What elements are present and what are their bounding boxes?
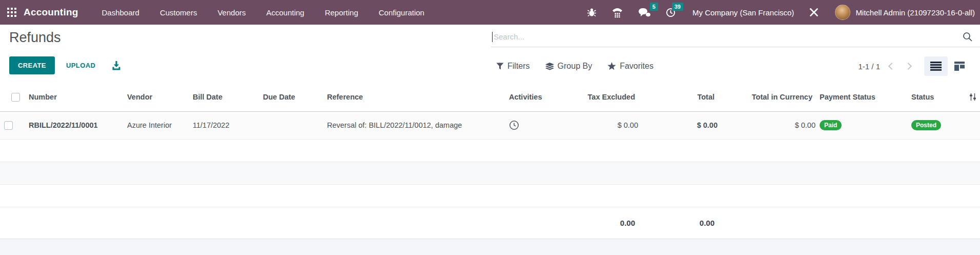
filters-label: Filters	[507, 62, 530, 71]
group-by-button[interactable]: Group By	[545, 62, 593, 71]
page-title: Refunds	[9, 30, 61, 46]
cell-total[interactable]: $ 0.00	[638, 111, 718, 139]
empty-row	[0, 139, 980, 162]
upload-button[interactable]: UPLOAD	[62, 56, 99, 74]
cell-vendor[interactable]: Azure Interior	[123, 111, 189, 139]
empty-row	[0, 162, 980, 184]
top-navbar: Accounting Dashboard Customers Vendors A…	[0, 0, 980, 25]
column-header-number[interactable]: Number	[25, 83, 123, 111]
pager-range: 1-1 / 1	[858, 62, 880, 71]
search-options: Filters Group By Favorites	[496, 49, 654, 83]
menu-item-accounting[interactable]: Accounting	[266, 8, 304, 17]
kanban-view-button[interactable]	[948, 56, 971, 76]
column-header-activities[interactable]: Activities	[505, 83, 546, 111]
menu-item-reporting[interactable]: Reporting	[325, 8, 358, 17]
column-options-cell	[961, 83, 980, 111]
column-header-total-in-currency[interactable]: Total in Currency	[718, 83, 815, 111]
company-switcher[interactable]: My Company (San Francisco)	[692, 8, 794, 17]
grid-icon	[7, 8, 16, 17]
menu-item-configuration[interactable]: Configuration	[379, 8, 424, 17]
search-input[interactable]	[493, 32, 962, 41]
activities-count-badge: 39	[672, 3, 683, 11]
column-header-bill-date[interactable]: Bill Date	[189, 83, 259, 111]
main-menu: Dashboard Customers Vendors Accounting R…	[102, 8, 424, 17]
cell-number[interactable]: RBILL/2022/11/0001	[25, 111, 123, 139]
group-by-label: Group By	[558, 62, 593, 71]
cell-reference[interactable]: Reversal of: BILL/2022/11/0012, damage	[323, 111, 505, 139]
menu-item-vendors[interactable]: Vendors	[217, 8, 246, 17]
cell-status: Posted	[907, 111, 961, 139]
cell-payment-status: Paid	[815, 111, 907, 139]
select-all-checkbox[interactable]	[11, 93, 20, 102]
download-icon	[112, 61, 121, 70]
column-header-tax-excluded[interactable]: Tax Excluded	[546, 83, 638, 111]
support-tools-icon[interactable]	[801, 0, 827, 25]
funnel-icon	[496, 63, 504, 70]
star-icon	[607, 62, 616, 70]
app-name[interactable]: Accounting	[24, 7, 78, 18]
cell-activities	[505, 111, 546, 139]
row-checkbox[interactable]	[4, 121, 13, 130]
payment-status-badge: Paid	[820, 120, 842, 130]
total-total: 0.00	[638, 207, 718, 239]
cell-tax-excluded[interactable]: $ 0.00	[546, 111, 638, 139]
phone-icon	[611, 7, 623, 18]
select-all-checkbox-cell	[0, 83, 25, 111]
search-icon[interactable]	[962, 31, 973, 42]
column-header-status[interactable]: Status	[907, 83, 961, 111]
column-header-reference[interactable]: Reference	[323, 83, 505, 111]
column-options-icon[interactable]	[965, 93, 980, 101]
pager-previous-icon[interactable]	[888, 63, 895, 70]
menu-item-customers[interactable]: Customers	[160, 8, 197, 17]
activity-clock-icon[interactable]	[509, 120, 519, 130]
filters-button[interactable]: Filters	[496, 62, 530, 71]
empty-row	[0, 184, 980, 207]
create-button[interactable]: CREATE	[9, 56, 55, 74]
layers-icon	[545, 63, 554, 70]
favorites-button[interactable]: Favorites	[607, 62, 654, 71]
favorites-label: Favorites	[620, 62, 654, 71]
status-badge: Posted	[911, 120, 941, 130]
topbar-right: 5 39 My Company (San Francisco) Mitchell…	[579, 0, 980, 25]
menu-item-dashboard[interactable]: Dashboard	[102, 8, 139, 17]
row-checkbox-cell	[0, 111, 25, 139]
column-header-vendor[interactable]: Vendor	[123, 83, 189, 111]
search-bar	[491, 27, 980, 47]
chat-bubbles-icon	[638, 7, 651, 18]
debug-bug-icon[interactable]	[579, 0, 604, 25]
control-panel-top: Refunds	[0, 25, 980, 49]
pager: 1-1 / 1	[858, 49, 971, 83]
user-avatar[interactable]	[835, 5, 850, 20]
list-view-button[interactable]	[924, 56, 948, 76]
apps-menu-icon[interactable]	[0, 0, 24, 25]
list-view-icon	[930, 62, 942, 71]
bug-icon	[586, 7, 597, 17]
user-menu[interactable]: Mitchell Admin (21097230-16-0-all)	[855, 8, 975, 17]
kanban-view-icon	[954, 62, 965, 71]
column-header-payment-status[interactable]: Payment Status	[815, 83, 907, 111]
total-tax-excluded: 0.00	[546, 207, 638, 239]
page-footer-band	[0, 239, 980, 255]
control-panel-buttons: CREATE UPLOAD Filters Group By Fav	[0, 49, 980, 83]
wrench-screwdriver-icon	[808, 7, 820, 18]
refunds-list: Number Vendor Bill Date Due Date Referen…	[0, 83, 980, 239]
column-header-due-date[interactable]: Due Date	[259, 83, 323, 111]
cell-bill-date[interactable]: 11/17/2022	[189, 111, 259, 139]
messages-count-badge: 5	[650, 3, 658, 11]
totals-row: 0.00 0.00	[0, 207, 980, 239]
pager-next-icon[interactable]	[905, 63, 912, 70]
column-header-total[interactable]: Total	[638, 83, 718, 111]
cell-total-in-currency[interactable]: $ 0.00	[718, 111, 815, 139]
download-icon-button[interactable]	[112, 61, 121, 72]
table-row[interactable]: RBILL/2022/11/0001 Azure Interior 11/17/…	[0, 111, 980, 139]
header-row: Number Vendor Bill Date Due Date Referen…	[0, 83, 980, 111]
messages-icon[interactable]: 5	[630, 0, 658, 25]
cell-due-date[interactable]	[259, 111, 323, 139]
voip-phone-icon[interactable]	[604, 0, 630, 25]
activities-clock-icon[interactable]: 39	[658, 0, 683, 25]
